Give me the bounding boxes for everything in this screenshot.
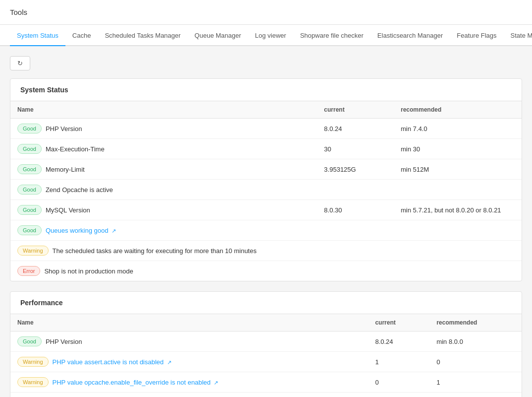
perf-recommended-value: min 20: [429, 393, 522, 397]
perf-link[interactable]: PHP value assert.active is not disabled …: [53, 358, 172, 366]
tab-log-viewer[interactable]: Log viewer: [248, 25, 293, 46]
table-row: Warning The scheduled tasks are waiting …: [10, 241, 522, 261]
recommended-value: [394, 261, 522, 281]
perf-current-value: 8: [368, 393, 430, 397]
row-name-text: PHP Version: [46, 125, 82, 132]
external-link-icon: ↗: [112, 228, 116, 234]
external-link-icon: ↗: [167, 359, 172, 365]
table-row: Good Zend Opcache is active: [10, 180, 522, 200]
status-badge: Warning: [17, 357, 49, 367]
perf-row-name-text: PHP Version: [46, 338, 82, 345]
table-row: Good PHP Version 8.0.24 min 8.0.0: [10, 331, 522, 352]
tab-shopware-file-checker[interactable]: Shopware file checker: [293, 25, 370, 46]
current-value: 30: [317, 139, 394, 159]
status-badge: Good: [17, 185, 42, 195]
row-name-text: Memory-Limit: [46, 166, 85, 173]
status-badge: Good: [17, 124, 42, 133]
system-status-card: System Status Name current recommended G…: [10, 78, 522, 281]
refresh-button[interactable]: ↻: [10, 56, 30, 70]
table-row: Good Queues working good ↗: [10, 220, 522, 241]
perf-current-value: 1: [368, 352, 430, 372]
status-badge: Good: [17, 164, 42, 174]
col-header-current: current: [317, 101, 394, 119]
tab-elasticsearch-manager[interactable]: Elasticsearch Manager: [370, 25, 450, 46]
current-value: [317, 180, 394, 200]
recommended-value: [394, 241, 522, 261]
recommended-value: min 30: [394, 139, 522, 159]
row-name-text: Zend Opcache is active: [46, 186, 113, 194]
refresh-icon: ↻: [17, 60, 23, 67]
top-bar-title: Tools: [10, 8, 27, 16]
tab-feature-flags[interactable]: Feature Flags: [450, 25, 503, 46]
perf-col-header-recommended: recommended: [429, 314, 522, 331]
performance-header: Performance: [10, 292, 522, 314]
row-name-text: MySQL Version: [46, 206, 90, 214]
recommended-value: min 512M: [394, 159, 522, 180]
tabs-bar: System StatusCacheScheduled Tasks Manage…: [0, 25, 532, 46]
table-row: Good Memory-Limit 3.953125G min 512M: [10, 159, 522, 180]
performance-card: Performance Name current recommended Goo…: [10, 291, 522, 397]
tab-scheduled-tasks-manager[interactable]: Scheduled Tasks Manager: [98, 25, 187, 46]
perf-link[interactable]: PHP value opcache.enable_file_override i…: [53, 379, 219, 386]
row-name-text: Shop is not in production mode: [44, 267, 133, 275]
current-value: 3.953125G: [317, 159, 394, 180]
status-badge: Good: [17, 205, 42, 215]
status-badge: Good: [17, 225, 42, 235]
status-badge: Good: [17, 144, 42, 154]
current-value: [317, 220, 394, 241]
table-row: Warning PHP value assert.active is not d…: [10, 352, 522, 372]
table-row: Good MySQL Version 8.0.30 min 5.7.21, bu…: [10, 200, 522, 220]
perf-current-value: 0: [368, 372, 430, 393]
status-badge: Warning: [17, 377, 49, 387]
current-value: 8.0.24: [317, 119, 394, 139]
row-name-text: Max-Execution-Time: [46, 145, 105, 153]
col-header-recommended: recommended: [394, 101, 522, 119]
table-row: Warning PHP value opcache.enable_file_ov…: [10, 372, 522, 393]
performance-table: Name current recommended Good PHP Versio…: [10, 314, 522, 397]
status-badge: Good: [17, 336, 42, 346]
tab-state-machine-viewer[interactable]: State Machine Viewer: [504, 25, 532, 46]
table-row: Warning PHP value opcache.interned_strin…: [10, 393, 522, 397]
system-status-header: System Status: [10, 79, 522, 101]
link-queues-working-good[interactable]: Queues working good ↗: [46, 227, 116, 234]
current-value: [317, 261, 394, 281]
row-name-text: The scheduled tasks are waiting for exec…: [53, 247, 257, 255]
recommended-value: min 5.7.21, but not 8.0.20 or 8.0.21: [394, 200, 522, 220]
perf-recommended-value: 1: [429, 372, 522, 393]
recommended-value: [394, 220, 522, 241]
tab-queue-manager[interactable]: Queue Manager: [187, 25, 248, 46]
perf-col-header-current: current: [368, 314, 430, 331]
system-status-table: Name current recommended Good PHP Versio…: [10, 101, 522, 281]
recommended-value: [394, 180, 522, 200]
recommended-value: min 7.4.0: [394, 119, 522, 139]
external-link-icon: ↗: [214, 380, 218, 386]
status-badge: Error: [17, 266, 40, 276]
perf-recommended-value: 0: [429, 352, 522, 372]
perf-col-header-name: Name: [10, 314, 368, 331]
current-value: [317, 241, 394, 261]
table-row: Error Shop is not in production mode: [10, 261, 522, 281]
tab-cache[interactable]: Cache: [65, 25, 98, 46]
top-bar: Tools: [0, 0, 532, 25]
table-row: Good PHP Version 8.0.24 min 7.4.0: [10, 119, 522, 139]
perf-recommended-value: min 8.0.0: [429, 331, 522, 352]
perf-current-value: 8.0.24: [368, 331, 430, 352]
col-header-name: Name: [10, 101, 317, 119]
table-row: Good Max-Execution-Time 30 min 30: [10, 139, 522, 159]
current-value: 8.0.30: [317, 200, 394, 220]
tab-system-status[interactable]: System Status: [10, 25, 65, 46]
status-badge: Warning: [17, 246, 49, 256]
